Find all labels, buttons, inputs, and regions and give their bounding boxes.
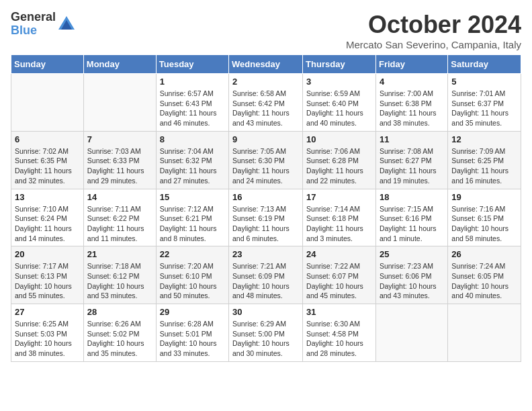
day-of-week-header: Thursday [303,55,376,74]
calendar-cell: 13Sunrise: 7:10 AMSunset: 6:24 PMDayligh… [11,189,84,246]
day-number: 7 [87,134,152,144]
day-number: 24 [306,249,372,259]
month-title: October 2024 [346,11,521,39]
calendar-cell: 12Sunrise: 7:09 AMSunset: 6:25 PMDayligh… [448,131,521,189]
day-info: Sunrise: 7:22 AMSunset: 6:07 PMDaylight:… [306,261,372,301]
day-of-week-header: Friday [375,55,447,74]
calendar-week-row: 27Sunrise: 6:25 AMSunset: 5:03 PMDayligh… [11,304,521,362]
day-info: Sunrise: 6:58 AMSunset: 6:42 PMDaylight:… [232,89,299,128]
day-number: 8 [160,134,225,144]
day-info: Sunrise: 7:01 AMSunset: 6:37 PMDaylight:… [451,89,517,128]
calendar-cell: 24Sunrise: 7:22 AMSunset: 6:07 PMDayligh… [303,246,376,304]
calendar: SundayMondayTuesdayWednesdayThursdayFrid… [11,54,521,362]
logo-blue: Blue [11,24,56,38]
calendar-cell [448,304,521,362]
calendar-cell: 17Sunrise: 7:14 AMSunset: 6:18 PMDayligh… [303,189,376,246]
calendar-cell: 8Sunrise: 7:04 AMSunset: 6:32 PMDaylight… [156,131,228,189]
calendar-cell: 6Sunrise: 7:02 AMSunset: 6:35 PMDaylight… [11,131,84,189]
calendar-cell: 19Sunrise: 7:16 AMSunset: 6:15 PMDayligh… [448,189,521,246]
day-number: 15 [160,192,225,202]
day-number: 29 [160,307,225,317]
calendar-week-row: 20Sunrise: 7:17 AMSunset: 6:13 PMDayligh… [11,246,521,304]
day-info: Sunrise: 6:26 AMSunset: 5:02 PMDaylight:… [87,319,152,359]
calendar-cell: 16Sunrise: 7:13 AMSunset: 6:19 PMDayligh… [229,189,303,246]
day-number: 30 [232,307,299,317]
day-info: Sunrise: 7:09 AMSunset: 6:25 PMDaylight:… [451,146,517,186]
calendar-cell: 20Sunrise: 7:17 AMSunset: 6:13 PMDayligh… [11,246,84,304]
day-number: 11 [380,134,444,144]
logo-general: General [11,11,56,24]
calendar-cell: 15Sunrise: 7:12 AMSunset: 6:21 PMDayligh… [156,189,228,246]
day-info: Sunrise: 7:02 AMSunset: 6:35 PMDaylight:… [15,146,80,186]
calendar-cell: 23Sunrise: 7:21 AMSunset: 6:09 PMDayligh… [229,246,303,304]
day-info: Sunrise: 7:16 AMSunset: 6:15 PMDaylight:… [451,204,517,244]
calendar-cell: 29Sunrise: 6:28 AMSunset: 5:01 PMDayligh… [156,304,228,362]
day-info: Sunrise: 6:28 AMSunset: 5:01 PMDaylight:… [160,319,225,359]
day-info: Sunrise: 6:59 AMSunset: 6:40 PMDaylight:… [306,89,372,128]
calendar-cell: 30Sunrise: 6:29 AMSunset: 5:00 PMDayligh… [229,304,303,362]
day-number: 6 [15,134,80,144]
day-number: 21 [87,249,152,259]
calendar-cell: 5Sunrise: 7:01 AMSunset: 6:37 PMDaylight… [448,74,521,132]
day-number: 18 [380,192,444,202]
calendar-week-row: 1Sunrise: 6:57 AMSunset: 6:43 PMDaylight… [11,74,521,132]
day-info: Sunrise: 6:25 AMSunset: 5:03 PMDaylight:… [15,319,80,359]
calendar-cell [375,304,447,362]
calendar-week-row: 6Sunrise: 7:02 AMSunset: 6:35 PMDaylight… [11,131,521,189]
day-number: 3 [306,77,372,87]
day-info: Sunrise: 7:13 AMSunset: 6:19 PMDaylight:… [232,204,299,244]
day-info: Sunrise: 7:17 AMSunset: 6:13 PMDaylight:… [15,261,80,301]
day-info: Sunrise: 7:05 AMSunset: 6:30 PMDaylight:… [232,146,299,186]
day-number: 17 [306,192,372,202]
day-info: Sunrise: 7:24 AMSunset: 6:05 PMDaylight:… [451,261,517,301]
day-info: Sunrise: 6:29 AMSunset: 5:00 PMDaylight:… [232,319,299,359]
calendar-header-row: SundayMondayTuesdayWednesdayThursdayFrid… [11,55,521,74]
calendar-cell: 31Sunrise: 6:30 AMSunset: 4:58 PMDayligh… [303,304,376,362]
day-info: Sunrise: 7:14 AMSunset: 6:18 PMDaylight:… [306,204,372,244]
title-block: October 2024 Mercato San Severino, Campa… [346,11,521,50]
calendar-cell [83,74,156,132]
page-header: General Blue October 2024 Mercato San Se… [11,11,521,50]
day-info: Sunrise: 7:20 AMSunset: 6:10 PMDaylight:… [160,261,225,301]
calendar-cell: 2Sunrise: 6:58 AMSunset: 6:42 PMDaylight… [229,74,303,132]
day-info: Sunrise: 7:08 AMSunset: 6:27 PMDaylight:… [380,146,444,186]
calendar-week-row: 13Sunrise: 7:10 AMSunset: 6:24 PMDayligh… [11,189,521,246]
day-number: 19 [451,192,517,202]
calendar-cell: 10Sunrise: 7:06 AMSunset: 6:28 PMDayligh… [303,131,376,189]
day-number: 20 [15,249,80,259]
day-number: 2 [232,77,299,87]
logo: General Blue [11,11,76,38]
day-info: Sunrise: 7:03 AMSunset: 6:33 PMDaylight:… [87,146,152,186]
day-number: 23 [232,249,299,259]
day-number: 4 [380,77,444,87]
calendar-cell: 22Sunrise: 7:20 AMSunset: 6:10 PMDayligh… [156,246,228,304]
day-info: Sunrise: 7:15 AMSunset: 6:16 PMDaylight:… [380,204,444,244]
calendar-cell: 18Sunrise: 7:15 AMSunset: 6:16 PMDayligh… [375,189,447,246]
day-info: Sunrise: 6:57 AMSunset: 6:43 PMDaylight:… [160,89,225,128]
day-number: 1 [160,77,225,87]
calendar-cell: 21Sunrise: 7:18 AMSunset: 6:12 PMDayligh… [83,246,156,304]
day-number: 26 [451,249,517,259]
day-number: 5 [451,77,517,87]
day-of-week-header: Sunday [11,55,84,74]
day-number: 12 [451,134,517,144]
day-info: Sunrise: 7:18 AMSunset: 6:12 PMDaylight:… [87,261,152,301]
calendar-cell: 28Sunrise: 6:26 AMSunset: 5:02 PMDayligh… [83,304,156,362]
day-of-week-header: Saturday [448,55,521,74]
day-info: Sunrise: 7:23 AMSunset: 6:06 PMDaylight:… [380,261,444,301]
calendar-cell: 7Sunrise: 7:03 AMSunset: 6:33 PMDaylight… [83,131,156,189]
day-number: 14 [87,192,152,202]
day-number: 13 [15,192,80,202]
day-of-week-header: Monday [83,55,156,74]
day-info: Sunrise: 7:04 AMSunset: 6:32 PMDaylight:… [160,146,225,186]
day-info: Sunrise: 7:06 AMSunset: 6:28 PMDaylight:… [306,146,372,186]
day-info: Sunrise: 7:12 AMSunset: 6:21 PMDaylight:… [160,204,225,244]
calendar-cell: 9Sunrise: 7:05 AMSunset: 6:30 PMDaylight… [229,131,303,189]
calendar-cell: 1Sunrise: 6:57 AMSunset: 6:43 PMDaylight… [156,74,228,132]
day-info: Sunrise: 7:11 AMSunset: 6:22 PMDaylight:… [87,204,152,244]
day-info: Sunrise: 7:21 AMSunset: 6:09 PMDaylight:… [232,261,299,301]
calendar-cell: 27Sunrise: 6:25 AMSunset: 5:03 PMDayligh… [11,304,84,362]
day-number: 25 [380,249,444,259]
day-number: 10 [306,134,372,144]
logo-icon [57,15,76,34]
